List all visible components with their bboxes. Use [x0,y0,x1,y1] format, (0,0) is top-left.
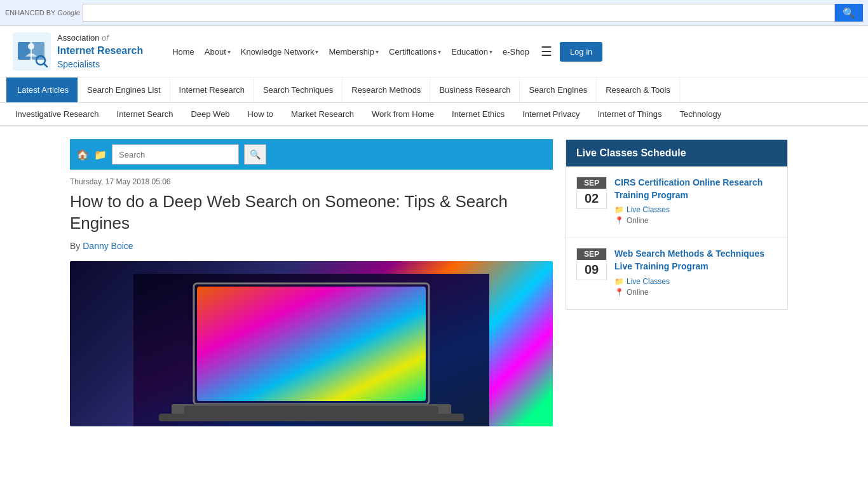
google-label: Google [57,9,79,17]
knowledge-dropdown-arrow: ▾ [315,48,318,55]
category-nav-2: Investigative Research Internet Search D… [0,103,868,126]
article-title: How to do a Deep Web Search on Someone: … [70,191,553,234]
article-hero-image [70,261,553,426]
cat-nav-search-techniques[interactable]: Search Techniques [254,78,342,102]
sidebar: Live Classes Schedule SEP 02 CIRS Certif… [566,139,788,426]
nav-eshop[interactable]: e-Shop [499,44,533,59]
cat-nav-investigative-research[interactable]: Investigative Research [6,103,108,125]
class-day-1: 02 [577,189,606,208]
nav-home[interactable]: Home [168,44,198,59]
class-location-2: 📍 Online [614,288,777,297]
cat-nav-internet-research[interactable]: Internet Research [170,78,254,102]
category-nav-1: Latest Articles Search Engines List Inte… [0,78,868,103]
category-icon-2: 📁 [614,277,624,286]
site-logo: Association of Internet Research Special… [13,32,143,71]
nav-membership[interactable]: Membership ▾ [325,44,383,59]
location-icon-1: 📍 [614,216,624,225]
article-search-input[interactable] [112,144,239,165]
class-info-2: Web Search Methods & Techniques Live Tra… [614,248,777,298]
article-search-bar: 🏠 📁 🔍 [70,139,553,170]
content-wrapper: 🏠 📁 🔍 Thursday, 17 May 2018 05:06 How to… [0,126,868,439]
cat-nav-research-methods[interactable]: Research Methods [342,78,430,102]
nav-education[interactable]: Education ▾ [447,44,496,59]
google-search-bar: ENHANCED BY Google 🔍 [0,0,868,26]
class-date-badge-2: SEP 09 [576,248,607,280]
location-icon-2: 📍 [614,288,624,297]
cat-nav-internet-search[interactable]: Internet Search [108,103,182,125]
class-title-1[interactable]: CIRS Certification Online Research Train… [614,177,777,201]
svg-point-3 [28,43,34,50]
specialists-label: Specialists [57,58,143,71]
education-dropdown-arrow: ▾ [489,48,492,55]
internet-label: Internet Research [57,44,143,58]
live-classes-card: Live Classes Schedule SEP 02 CIRS Certif… [566,139,788,309]
article-section: 🏠 📁 🔍 Thursday, 17 May 2018 05:06 How to… [70,139,553,426]
cat-nav-work-from-home[interactable]: Work from Home [363,103,443,125]
nav-about[interactable]: About ▾ [201,44,234,59]
cat-nav-internet-ethics[interactable]: Internet Ethics [443,103,513,125]
cat-nav-technology[interactable]: Technology [670,103,730,125]
live-class-item-1: SEP 02 CIRS Certification Online Researc… [566,166,787,238]
category-icon-1: 📁 [614,205,624,214]
svg-rect-7 [197,287,426,401]
laptop-svg [133,274,489,426]
google-search-button[interactable]: 🔍 [835,4,863,22]
class-date-badge-1: SEP 02 [576,177,607,209]
breadcrumb-folder-icon[interactable]: 📁 [94,149,107,161]
hamburger-button[interactable]: ☰ [536,41,557,62]
svg-rect-11 [184,406,438,414]
nav-knowledge-network[interactable]: Knowledge Network ▾ [237,44,323,59]
class-category-link-1[interactable]: Live Classes [627,205,670,214]
cat-nav-business-research[interactable]: Business Research [430,78,520,102]
about-dropdown-arrow: ▾ [227,48,231,55]
cat-nav-how-to[interactable]: How to [239,103,282,125]
class-location-text-2: Online [627,288,649,297]
of-label: of [102,33,109,43]
cat-nav-research-tools[interactable]: Research & Tools [597,78,680,102]
cat-nav-search-engines-list[interactable]: Search Engines List [78,78,170,102]
article-search-submit-icon[interactable]: 🔍 [244,144,266,165]
cat-nav-deep-web[interactable]: Deep Web [182,103,238,125]
cat-nav-internet-of-things[interactable]: Internet of Things [588,103,670,125]
logo-text: Association of Internet Research Special… [57,32,143,71]
cat-nav-internet-privacy[interactable]: Internet Privacy [513,103,588,125]
logo-icon [13,32,51,71]
class-location-text-1: Online [627,216,649,225]
live-class-item-2: SEP 09 Web Search Methods & Techniques L… [566,238,787,309]
class-month-2: SEP [577,248,606,260]
class-category-2: 📁 Live Classes [614,277,777,286]
nav-certifications[interactable]: Certifications ▾ [385,44,445,59]
class-title-2[interactable]: Web Search Methods & Techniques Live Tra… [614,248,777,273]
google-search-input[interactable] [83,4,835,22]
class-category-link-2[interactable]: Live Classes [627,277,670,286]
cat-nav-market-research[interactable]: Market Research [282,103,363,125]
author-link[interactable]: Danny Boice [83,241,133,251]
author-prefix: By [70,241,80,251]
svg-rect-10 [159,414,464,421]
class-location-1: 📍 Online [614,216,777,225]
cat-nav-latest-articles[interactable]: Latest Articles [6,78,78,102]
class-category-1: 📁 Live Classes [614,205,777,214]
login-button[interactable]: Log in [560,42,602,62]
article-date: Thursday, 17 May 2018 05:06 [70,177,553,186]
class-day-2: 09 [577,260,606,280]
assoc-label: Association [57,33,99,43]
breadcrumb-home-icon[interactable]: 🏠 [76,149,89,161]
article-author: By Danny Boice [70,241,553,251]
site-header: Association of Internet Research Special… [0,26,868,78]
certifications-dropdown-arrow: ▾ [438,48,441,55]
main-nav: Home About ▾ Knowledge Network ▾ Members… [168,41,855,62]
membership-dropdown-arrow: ▾ [376,48,379,55]
class-month-1: SEP [577,177,606,189]
enhanced-by-label: ENHANCED BY Google [5,9,80,17]
class-info-1: CIRS Certification Online Research Train… [614,177,777,227]
live-classes-header: Live Classes Schedule [566,140,787,166]
cat-nav-search-engines[interactable]: Search Engines [520,78,597,102]
